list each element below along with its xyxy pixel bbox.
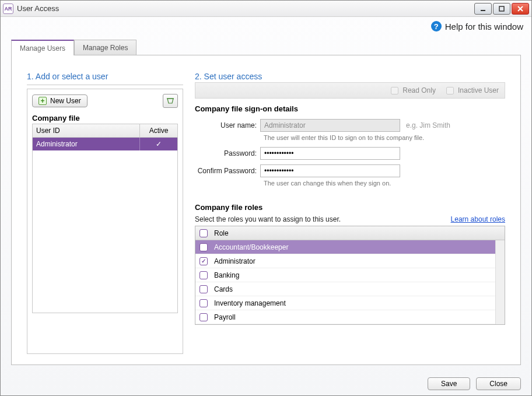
role-checkbox[interactable] [200, 299, 208, 307]
maximize-button[interactable] [493, 3, 510, 15]
role-name: Accountant/Bookkeeper [214, 243, 288, 251]
role-name: Banking [214, 271, 239, 279]
role-row[interactable]: Accountant/Bookkeeper [195, 240, 505, 254]
signon-group-title: Company file sign-on details [195, 104, 505, 113]
password-label: Password: [195, 149, 260, 157]
window: AR User Access ? Help for this window Ma… [0, 0, 532, 396]
username-field[interactable] [260, 119, 400, 132]
confirm-password-field[interactable] [260, 164, 400, 177]
role-checkbox[interactable] [200, 285, 208, 293]
roles-group-title: Company file roles [195, 203, 505, 212]
user-table-body: Administrator✓ [33, 138, 177, 313]
inactive-user-checkbox[interactable]: Inactive User [444, 85, 499, 96]
help-row: ? Help for this window [1, 17, 531, 36]
role-checkbox[interactable] [200, 257, 208, 265]
inactive-user-label: Inactive User [458, 86, 499, 94]
role-row[interactable]: Cards [195, 282, 505, 296]
right-column: 2. Set user access Read Only Inactive Us… [195, 72, 505, 354]
tab-manage-users[interactable]: Manage Users [11, 40, 74, 55]
role-name: Inventory management [214, 299, 286, 307]
save-button[interactable]: Save [428, 377, 470, 390]
close-button[interactable]: Close [476, 377, 521, 390]
password-field[interactable] [260, 147, 400, 160]
password-hint: The user can change this when they sign … [264, 180, 505, 187]
read-only-input[interactable] [391, 87, 398, 94]
new-user-button[interactable]: + New User [32, 94, 88, 107]
right-section-title: 2. Set user access [195, 72, 505, 82]
inactive-user-input[interactable] [446, 87, 454, 94]
roles-col-header[interactable]: Role [214, 229, 229, 237]
left-inner: + New User Company file User ID Active A… [27, 89, 183, 354]
close-window-button[interactable] [512, 3, 529, 15]
user-row-id: Administrator [33, 138, 140, 150]
username-example: e.g. Jim Smith [406, 121, 450, 129]
left-column: 1. Add or select a user + New User Compa… [27, 72, 183, 354]
close-button-label: Close [489, 380, 508, 388]
roles-table: Role Accountant/BookkeeperAdministratorB… [195, 226, 505, 325]
left-section-title: 1. Add or select a user [27, 72, 183, 85]
role-checkbox[interactable] [200, 271, 208, 279]
read-only-label: Read Only [402, 86, 436, 94]
titlebar: AR User Access [1, 1, 531, 17]
new-user-label: New User [50, 97, 81, 105]
role-name: Payroll [214, 313, 236, 321]
role-checkbox[interactable] [200, 243, 208, 251]
user-row-active: ✓ [140, 138, 177, 150]
svg-rect-1 [499, 6, 504, 11]
help-icon[interactable]: ? [431, 21, 442, 31]
role-checkbox[interactable] [200, 313, 208, 321]
company-file-label: Company file [32, 114, 178, 122]
help-link[interactable]: Help for this window [445, 22, 523, 31]
tabs: Manage Users Manage Roles [11, 38, 521, 55]
role-row[interactable]: Banking [195, 268, 505, 282]
col-user-id[interactable]: User ID [33, 124, 140, 137]
username-label: User name: [195, 121, 260, 129]
panel: 1. Add or select a user + New User Compa… [11, 55, 521, 365]
confirm-password-label: Confirm Password: [195, 167, 260, 175]
role-row[interactable]: Payroll [195, 310, 505, 324]
delete-user-button[interactable] [163, 94, 178, 108]
learn-about-roles-link[interactable]: Learn about roles [451, 215, 505, 223]
role-name: Administrator [214, 257, 256, 265]
user-table: User ID Active Administrator✓ [32, 124, 178, 313]
user-row[interactable]: Administrator✓ [33, 138, 177, 150]
username-hint: The user will enter this ID to sign on t… [264, 134, 505, 141]
role-name: Cards [214, 285, 233, 293]
read-only-checkbox[interactable]: Read Only [388, 85, 436, 96]
roles-scrollbar[interactable] [495, 240, 505, 324]
app-icon: AR [3, 3, 13, 14]
save-button-label: Save [441, 380, 457, 388]
role-row[interactable]: Administrator [195, 254, 505, 268]
tab-manage-roles[interactable]: Manage Roles [74, 40, 136, 55]
roles-desc: Select the roles you want to assign to t… [195, 215, 341, 223]
window-title: User Access [17, 4, 59, 13]
roles-select-all-checkbox[interactable] [200, 229, 208, 237]
col-active[interactable]: Active [140, 124, 177, 137]
footer: Save Close [1, 372, 531, 395]
role-row[interactable]: Inventory management [195, 296, 505, 310]
access-options-bar: Read Only Inactive User [195, 82, 505, 99]
minimize-button[interactable] [474, 3, 492, 15]
plus-icon: + [38, 97, 47, 105]
